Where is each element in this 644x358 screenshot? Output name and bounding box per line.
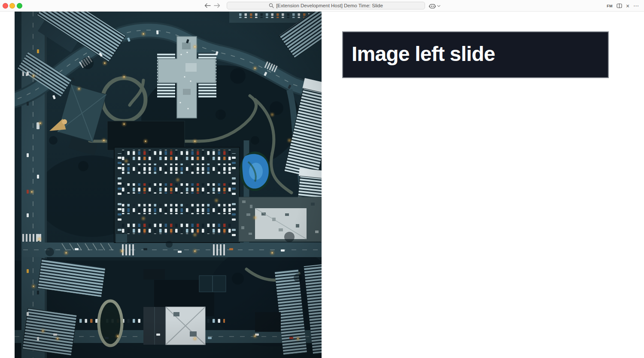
command-center-text: [Extension Development Host] Demo Time: …	[276, 3, 383, 8]
fm-label: FM	[607, 4, 613, 8]
command-center[interactable]: [Extension Development Host] Demo Time: …	[227, 2, 425, 9]
aerial-city-photo	[15, 12, 322, 358]
chevron-down-icon	[437, 5, 440, 7]
back-button[interactable]	[203, 1, 212, 10]
titlebar: [Extension Development Host] Demo Time: …	[0, 0, 644, 12]
fm-editor-action-button[interactable]: FM	[606, 2, 614, 10]
forward-button[interactable]	[213, 1, 221, 10]
slide-title: Image left slide	[343, 44, 495, 66]
close-editor-button[interactable]: ×	[624, 2, 631, 10]
traffic-light-zoom[interactable]	[17, 3, 22, 9]
more-actions-button[interactable]: ⋯	[632, 2, 640, 10]
traffic-light-close[interactable]	[3, 3, 8, 9]
arrow-left-icon	[204, 3, 211, 8]
split-editor-icon	[617, 3, 622, 8]
more-actions-icon: ⋯	[633, 3, 639, 9]
slide-preview: Image left slide	[0, 12, 644, 358]
copilot-robot-icon	[429, 3, 436, 9]
split-editor-button[interactable]	[616, 2, 623, 10]
search-icon	[269, 3, 274, 8]
app-window: [Extension Development Host] Demo Time: …	[0, 0, 644, 358]
traffic-light-minimize[interactable]	[9, 3, 15, 9]
copilot-menu[interactable]	[429, 2, 440, 9]
arrow-right-icon	[214, 3, 220, 8]
slide-title-banner: Image left slide	[342, 31, 609, 78]
close-icon: ×	[626, 3, 629, 9]
